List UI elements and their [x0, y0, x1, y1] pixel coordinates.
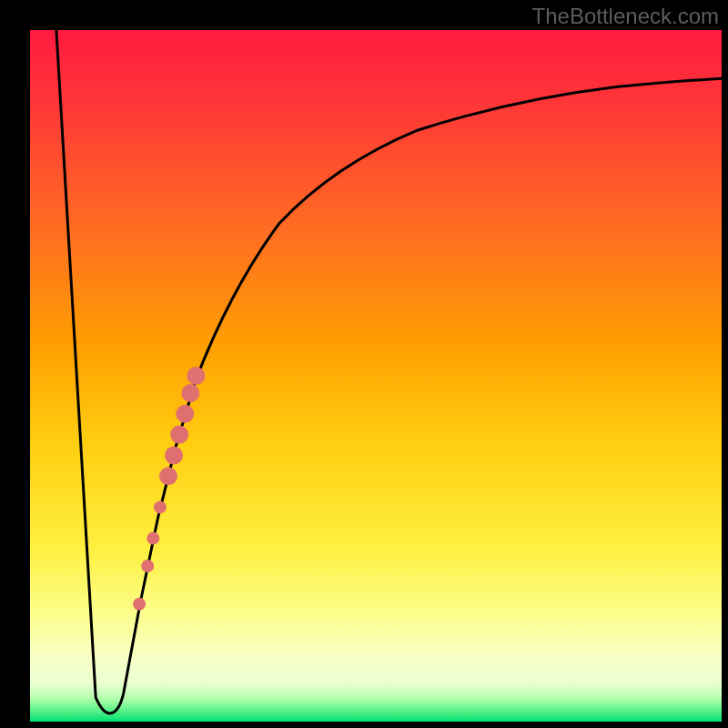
chart-frame: TheBottleneck.com [0, 0, 728, 728]
data-marker [141, 560, 154, 572]
gradient-background [30, 30, 722, 722]
data-marker [147, 532, 159, 545]
data-marker [176, 405, 194, 423]
data-marker [154, 500, 167, 513]
data-marker [165, 446, 183, 464]
data-marker [133, 598, 146, 611]
chart-plot [30, 30, 722, 722]
data-marker [170, 426, 188, 444]
data-marker [187, 367, 205, 385]
data-marker [181, 384, 199, 402]
watermark-text: TheBottleneck.com [532, 4, 719, 29]
data-marker [159, 467, 177, 485]
